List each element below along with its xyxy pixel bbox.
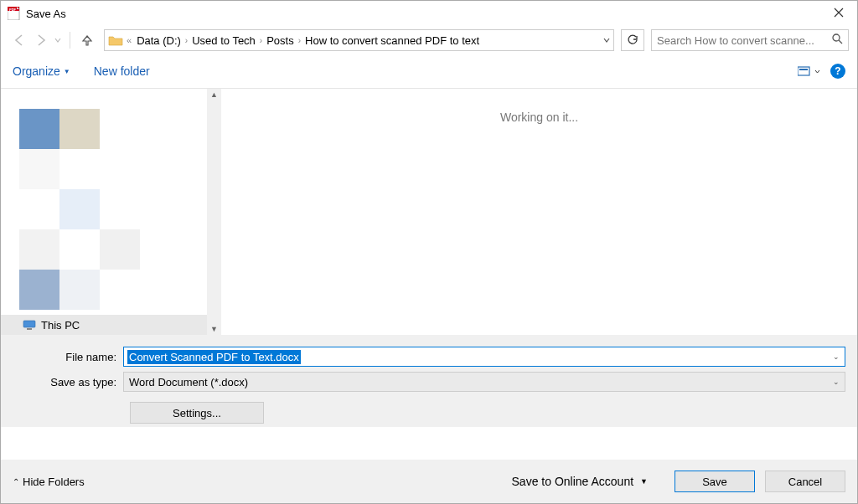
app-icon: PDF xyxy=(8,7,21,20)
save-online-label: Save to Online Account xyxy=(512,475,634,488)
footer: ⌃ Hide Folders Save to Online Account ▼ … xyxy=(1,460,857,503)
close-icon[interactable] xyxy=(827,4,850,23)
sidebar-scrollbar[interactable]: ▲ ▼ xyxy=(207,89,221,335)
chevron-down-icon: ▼ xyxy=(640,477,648,486)
search-box[interactable] xyxy=(651,29,849,51)
hide-folders-label: Hide Folders xyxy=(23,476,85,488)
nav-bar: « Data (D:) › Used to Tech › Posts › How… xyxy=(1,26,857,54)
folder-icon xyxy=(108,34,123,46)
save-button[interactable]: Save xyxy=(675,471,755,492)
filename-dropdown[interactable]: ⌄ xyxy=(828,352,845,361)
filename-value[interactable]: Convert Scanned PDF to Text.docx xyxy=(127,350,301,364)
save-online-button[interactable]: Save to Online Account ▼ xyxy=(512,475,648,488)
window-title: Save As xyxy=(26,8,66,20)
search-icon[interactable] xyxy=(832,33,843,47)
toolbar: Organize ▼ New folder ? xyxy=(1,54,857,88)
chevron-down-icon: ⌄ xyxy=(833,378,840,386)
type-value: Word Document (*.docx) xyxy=(129,376,248,388)
type-label: Save as type: xyxy=(13,376,123,388)
settings-button[interactable]: Settings... xyxy=(130,402,264,424)
svg-rect-7 xyxy=(27,328,32,330)
breadcrumb-item[interactable]: Posts xyxy=(263,34,297,47)
organize-button[interactable]: Organize ▼ xyxy=(13,64,70,78)
organize-label: Organize xyxy=(13,64,60,78)
back-button[interactable] xyxy=(9,30,29,50)
recent-dropdown[interactable] xyxy=(53,30,63,50)
scroll-up-icon[interactable]: ▲ xyxy=(210,90,218,99)
svg-rect-6 xyxy=(23,321,35,327)
sidebar: This PC xyxy=(1,89,207,335)
svg-rect-4 xyxy=(798,67,809,75)
overflow-chevrons[interactable]: « xyxy=(127,35,132,45)
up-button[interactable] xyxy=(77,30,97,50)
scroll-down-icon[interactable]: ▼ xyxy=(210,325,218,333)
breadcrumb-item[interactable]: How to convert scanned PDF to text xyxy=(302,34,483,47)
thispc-icon xyxy=(23,320,36,330)
breadcrumb-item[interactable]: Used to Tech xyxy=(189,34,259,47)
sidebar-item-label: This PC xyxy=(41,319,80,332)
forward-button[interactable] xyxy=(31,30,51,50)
type-select[interactable]: Word Document (*.docx) ⌄ xyxy=(123,372,845,392)
svg-text:PDF: PDF xyxy=(9,8,17,12)
new-folder-button[interactable]: New folder xyxy=(94,64,150,78)
filename-input[interactable]: Convert Scanned PDF to Text.docx ⌄ xyxy=(123,347,845,367)
main-area: This PC ▲ ▼ Working on it... xyxy=(1,88,857,335)
view-mode-button[interactable] xyxy=(797,62,820,80)
loading-text: Working on it... xyxy=(500,111,578,124)
svg-point-3 xyxy=(833,34,840,41)
title-bar: PDF Save As xyxy=(1,1,857,26)
breadcrumb[interactable]: « Data (D:) › Used to Tech › Posts › How… xyxy=(104,29,614,51)
filename-label: File name: xyxy=(13,351,123,363)
refresh-button[interactable] xyxy=(621,29,644,51)
breadcrumb-item[interactable]: Data (D:) xyxy=(133,34,184,47)
sidebar-item-thispc[interactable]: This PC xyxy=(1,315,207,335)
help-button[interactable]: ? xyxy=(830,64,845,79)
content-area: Working on it... xyxy=(221,89,857,335)
search-input[interactable] xyxy=(657,34,832,47)
chevron-up-icon: ⌃ xyxy=(13,477,19,486)
form-area: File name: Convert Scanned PDF to Text.d… xyxy=(1,335,857,427)
svg-rect-5 xyxy=(799,69,808,70)
hide-folders-button[interactable]: ⌃ Hide Folders xyxy=(13,476,85,488)
chevron-down-icon: ▼ xyxy=(64,68,70,75)
cancel-button[interactable]: Cancel xyxy=(765,471,845,492)
breadcrumb-dropdown[interactable] xyxy=(603,36,610,45)
